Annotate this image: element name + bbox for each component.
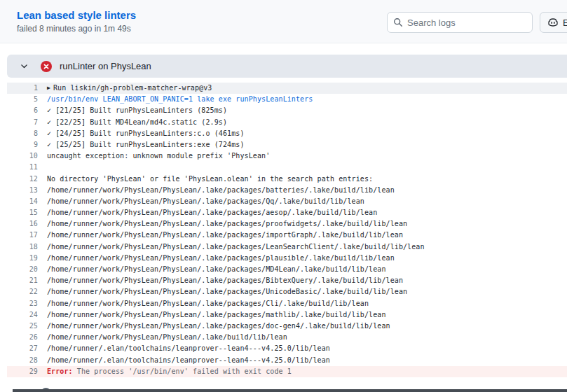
log-line-number[interactable]: 27 [7,343,38,354]
log-line-text: /home/runner/.elan/toolchains/leanprover… [47,355,330,366]
log-line-number[interactable]: 25 [7,321,38,332]
error-prefix: Error: [47,368,77,375]
log-line-number[interactable]: 10 [7,150,38,162]
log-line-text: /home/runner/work/PhysLean/PhysLean/.lak… [47,298,369,309]
log-line-number[interactable]: 21 [7,275,38,286]
log-line-number[interactable]: 7 [7,117,38,128]
log-line-text: /home/runner/work/PhysLean/PhysLean/.lak… [47,253,395,264]
log-line: 24/home/runner/work/PhysLean/PhysLean/.l… [7,309,567,321]
step-name: runLinter on PhysLean [60,61,151,71]
log-line-number[interactable]: 23 [7,298,38,309]
step-header-runlinter[interactable]: runLinter on PhysLean [7,55,567,78]
log-line: 26/home/runner/work/PhysLean/PhysLean/.l… [7,332,567,343]
log-line-number[interactable]: 15 [7,207,38,218]
log-line: 23/home/runner/work/PhysLean/PhysLean/.l… [7,298,567,309]
log-line-number[interactable]: 16 [7,218,38,230]
log-line-text: /home/runner/work/PhysLean/PhysLean/.lak… [47,275,403,286]
log-line: 20/home/runner/work/PhysLean/PhysLean/.l… [7,264,567,275]
log-line-number[interactable]: 18 [7,241,38,253]
log-line-text: Error: The process '/usr/bin/env' failed… [47,366,292,377]
log-line-number[interactable]: 9 [7,139,38,150]
log-line-text: ✓ [22/25] Built MD4Lean/md4c.static (2.9… [47,117,227,128]
log-line: 16/home/runner/work/PhysLean/PhysLean/.l… [7,218,567,230]
explain-error-button[interactable]: Explain error [540,12,567,33]
log-line-number[interactable]: 1 [7,83,38,94]
log-line: 5/usr/bin/env LEAN_ABORT_ON_PANIC=1 lake… [7,94,567,105]
chevron-down-icon [20,62,29,71]
log-line-number[interactable]: 6 [7,105,38,116]
job-title-link[interactable]: Lean based style linters [17,9,136,21]
log-line: 9✓ [25/25] Built runPhysLeanLinters:exe … [7,139,567,150]
log-line-text: /home/runner/work/PhysLean/PhysLean/.lak… [47,332,287,343]
log-line: 17/home/runner/work/PhysLean/PhysLean/.l… [7,230,567,241]
log-lines: 1▶Run liskin/gh-problem-matcher-wrap@v35… [7,83,567,377]
log-line: 10uncaught exception: unknown module pre… [7,150,567,162]
log-line-number[interactable]: 24 [7,309,38,321]
log-line: 7✓ [22/25] Built MD4Lean/md4c.static (2.… [7,117,567,128]
log-line-text: /home/runner/.elan/toolchains/leanprover… [47,343,330,354]
log-line-text: uncaught exception: unknown module prefi… [47,150,270,162]
search-icon [393,18,403,27]
log-line-number[interactable]: 5 [7,94,38,105]
log-line-number[interactable]: 14 [7,196,38,207]
log-line-text: /home/runner/work/PhysLean/PhysLean/.lak… [47,230,403,241]
log-line: 8✓ [24/25] Built runPhysLeanLinters:c.o … [7,128,567,139]
log-line-text: /home/runner/work/PhysLean/PhysLean/.lak… [47,286,407,298]
log-line-number[interactable]: 29 [7,366,38,377]
expand-group-icon[interactable]: ▶ [47,83,50,94]
log-line-text: /home/runner/work/PhysLean/PhysLean/.lak… [47,241,425,253]
log-line-text: /home/runner/work/PhysLean/PhysLean/.lak… [47,218,407,230]
log-line-number[interactable]: 8 [7,128,38,139]
log-line-number[interactable]: 20 [7,264,38,275]
log-line-text: /home/runner/work/PhysLean/PhysLean/.lak… [47,264,386,275]
log-line-number[interactable]: 22 [7,286,38,298]
failed-status-icon [41,61,52,72]
job-header: Lean based style linters failed 8 minute… [0,0,567,43]
log-line: 13/home/runner/work/PhysLean/PhysLean/.l… [7,185,567,196]
log-line: 22/home/runner/work/PhysLean/PhysLean/.l… [7,286,567,298]
log-line-number[interactable]: 26 [7,332,38,343]
log-line: 18/home/runner/work/PhysLean/PhysLean/.l… [7,241,567,253]
log-line-text: /home/runner/work/PhysLean/PhysLean/.lak… [47,321,390,332]
log-line: 14/home/runner/work/PhysLean/PhysLean/.l… [7,196,567,207]
log-line-text: /home/runner/work/PhysLean/PhysLean/.lak… [47,309,386,321]
log-line-number[interactable]: 11 [7,162,38,173]
log-line-number[interactable]: 17 [7,230,38,241]
log-line: 28/home/runner/.elan/toolchains/leanprov… [7,355,567,366]
job-title-block: Lean based style linters failed 8 minute… [17,9,136,34]
explain-error-label: Explain error [563,18,567,28]
log-line-number[interactable]: 13 [7,185,38,196]
log-line: 27/home/runner/.elan/toolchains/leanprov… [7,343,567,354]
log-line-text: /home/runner/work/PhysLean/PhysLean/.lak… [47,196,364,207]
copilot-icon [547,17,559,28]
log-line-text: /home/runner/work/PhysLean/PhysLean/.lak… [47,207,377,218]
log-line[interactable]: 1▶Run liskin/gh-problem-matcher-wrap@v3 [7,83,567,94]
log-line: 15/home/runner/work/PhysLean/PhysLean/.l… [7,207,567,218]
log-line: 25/home/runner/work/PhysLean/PhysLean/.l… [7,321,567,332]
log-line-text: No directory 'PhysLean' or file 'PhysLea… [47,174,373,185]
log-line: 21/home/runner/work/PhysLean/PhysLean/.l… [7,275,567,286]
log-line-number[interactable]: 12 [7,174,38,185]
log-line-number[interactable]: 19 [7,253,38,264]
log-line: 11 [7,162,567,173]
log-line-text: ✓ [25/25] Built runPhysLeanLinters:exe (… [47,139,245,150]
log-line-text: ▶Run liskin/gh-problem-matcher-wrap@v3 [47,83,212,94]
search-logs-input[interactable] [407,18,526,28]
log-line-text: ✓ [24/25] Built runPhysLeanLinters:c.o (… [47,128,245,139]
job-status-text: failed 8 minutes ago in 1m 49s [17,24,136,34]
search-logs-box [387,12,533,33]
horizontal-scrollbar[interactable] [13,389,567,392]
log-line-text: /home/runner/work/PhysLean/PhysLean/.lak… [47,185,395,196]
log-line: 29Error: The process '/usr/bin/env' fail… [7,366,567,377]
log-line: 19/home/runner/work/PhysLean/PhysLean/.l… [7,253,567,264]
log-line: 6✓ [21/25] Built runPhysLeanLinters (825… [7,105,567,116]
log-line-text: ✓ [21/25] Built runPhysLeanLinters (825m… [47,105,227,116]
log-line-text: /usr/bin/env LEAN_ABORT_ON_PANIC=1 lake … [47,94,313,105]
log-line: 12No directory 'PhysLean' or file 'PhysL… [7,174,567,185]
log-line-number[interactable]: 28 [7,355,38,366]
